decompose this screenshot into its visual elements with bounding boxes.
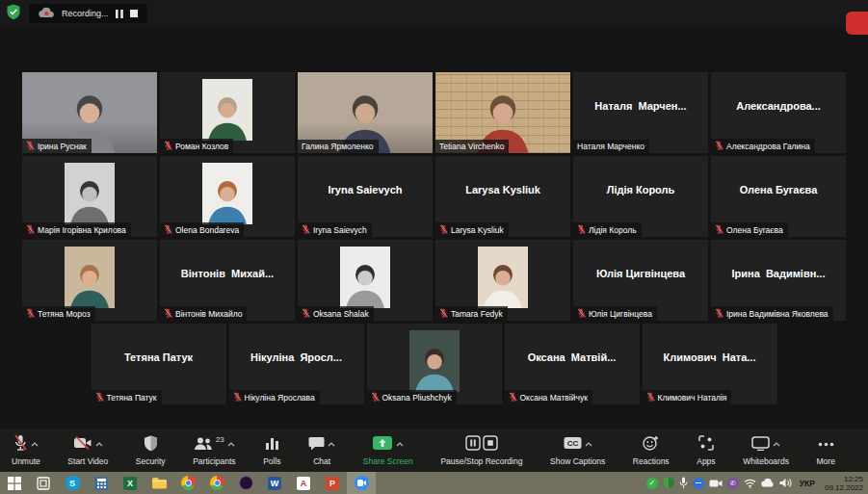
toolbar-item-label: Participants bbox=[193, 456, 235, 466]
participant-tile[interactable]: Larysa KysliukLarysa Kysliuk bbox=[435, 156, 570, 237]
taskbar-zoom-icon[interactable] bbox=[347, 472, 376, 494]
language-indicator[interactable]: УКР bbox=[800, 479, 815, 488]
participant-tile[interactable]: Наталя Марчен...Наталя Марченко bbox=[573, 72, 708, 153]
participant-name-label: Iryna Saievych bbox=[313, 225, 367, 235]
participant-name-label: Ірина Руснак bbox=[38, 142, 87, 151]
gallery-row: Тетяна МорозВінтонів Михай...Вінтонів Ми… bbox=[22, 240, 846, 321]
chevron-up-icon[interactable] bbox=[95, 439, 103, 449]
participant-name-label: Наталя Марченко bbox=[577, 142, 644, 151]
participant-tile[interactable]: Нікуліна Яросл...Нікуліна Ярослава bbox=[229, 324, 364, 404]
polls-button[interactable]: Polls bbox=[263, 435, 280, 466]
participant-tile[interactable]: Александрова...Александрова Галина bbox=[711, 72, 846, 153]
participant-name-tag: Лідія Король bbox=[573, 222, 642, 237]
participant-name-tag: Olena Bondareva bbox=[160, 222, 244, 237]
tray-defender-shield-icon[interactable] bbox=[663, 477, 674, 489]
participant-name-tag: Марія Ігорівна Крилова bbox=[22, 222, 131, 237]
chevron-up-icon[interactable] bbox=[328, 439, 335, 449]
chevron-up-icon[interactable] bbox=[227, 439, 235, 449]
participant-tile-active-speaker[interactable]: Tetiana Virchenko bbox=[435, 72, 570, 153]
participant-name-tag: Iryna Saievych bbox=[298, 222, 372, 237]
participant-tile[interactable]: Iryna SaievychIryna Saievych bbox=[298, 156, 433, 237]
participant-name-tag: Олена Бугаєва bbox=[711, 222, 788, 237]
taskbar-skype-icon[interactable]: S bbox=[58, 472, 87, 494]
taskbar-acrobat-icon[interactable]: A bbox=[289, 472, 318, 494]
muted-mic-icon bbox=[715, 308, 723, 319]
tray-messenger-icon[interactable] bbox=[693, 478, 704, 489]
participant-tile[interactable]: Тетяна Мороз bbox=[22, 240, 157, 321]
chevron-up-icon[interactable] bbox=[396, 439, 404, 449]
taskbar-task-view-icon[interactable] bbox=[29, 472, 58, 494]
participant-tile[interactable]: Юлія ЦигвінцеваЮлія Цигвінцева bbox=[573, 240, 708, 321]
tray-microphone-icon[interactable] bbox=[679, 477, 688, 489]
participant-tile[interactable]: Ірина Вадимівн...Ірина Вадимівна Яковлев… bbox=[711, 240, 846, 321]
tray-volume-icon[interactable] bbox=[779, 478, 792, 488]
taskbar-purple-app-icon[interactable] bbox=[231, 472, 260, 494]
apps-icon bbox=[698, 435, 714, 453]
participant-name-label: Tamara Fedyk bbox=[451, 309, 503, 319]
chat-button[interactable]: Chat bbox=[308, 435, 335, 466]
taskbar-file-explorer-icon[interactable] bbox=[145, 472, 173, 494]
participant-tile[interactable]: Лідія КорольЛідія Король bbox=[573, 156, 708, 237]
pause-stop-recording-button[interactable]: Pause/Stop Recording bbox=[440, 435, 522, 466]
participant-name-tag: Оксана Матвійчук bbox=[505, 390, 592, 404]
chevron-up-icon[interactable] bbox=[585, 439, 592, 449]
taskbar-calculator-icon[interactable] bbox=[87, 472, 116, 494]
tray-cloud-icon[interactable] bbox=[761, 479, 775, 487]
participant-tile[interactable]: Олена БугаєваОлена Бугаєва bbox=[711, 156, 846, 237]
start-video-button[interactable]: Start Video bbox=[67, 435, 108, 466]
show-captions-button[interactable]: CCShow Captions bbox=[550, 435, 605, 466]
tray-camera-icon[interactable] bbox=[709, 479, 723, 488]
participant-name-label: Larysa Kysliuk bbox=[451, 225, 504, 235]
muted-mic-icon bbox=[233, 392, 242, 403]
participant-name-display: Юлія Цигвінцева bbox=[573, 240, 708, 307]
apps-button[interactable]: Apps bbox=[697, 435, 715, 466]
participant-tile[interactable]: Тетяна ПатукТетяна Патук bbox=[92, 324, 226, 404]
whiteboards-button[interactable]: Whiteboards bbox=[743, 435, 789, 466]
toolbar-item-label: More bbox=[817, 456, 835, 466]
taskbar-clock[interactable]: 12:2509.12.2022 bbox=[825, 475, 863, 492]
participant-tile[interactable]: Tamara Fedyk bbox=[435, 240, 570, 321]
reactions-button[interactable]: Reactions bbox=[633, 435, 670, 466]
participant-tile[interactable]: Галина Ярмоленко bbox=[298, 72, 433, 153]
taskbar-chrome-profile-1-icon[interactable] bbox=[173, 472, 202, 494]
tray-viber-icon[interactable]: ✆ bbox=[727, 478, 739, 489]
participant-tile[interactable]: Вінтонів Михай...Вінтонів Михайло bbox=[160, 240, 295, 321]
muted-mic-icon bbox=[95, 392, 104, 403]
end-button[interactable] bbox=[846, 12, 868, 35]
participant-name-label: Тетяна Патук bbox=[107, 393, 157, 403]
tray-wifi-icon[interactable] bbox=[744, 479, 756, 488]
participant-tile[interactable]: Марія Ігорівна Крилова bbox=[22, 156, 157, 237]
tray-antivirus-check-icon[interactable]: ✓ bbox=[646, 478, 658, 489]
participant-tile[interactable]: Оксана Матвій...Оксана Матвійчук bbox=[505, 324, 640, 404]
chevron-up-icon[interactable] bbox=[773, 439, 780, 449]
unmute-button[interactable]: Unmute bbox=[12, 435, 40, 466]
taskbar-powerpoint-icon[interactable]: P bbox=[318, 472, 347, 494]
participant-tile[interactable]: Ірина Руснак bbox=[22, 72, 157, 153]
taskbar-word-icon[interactable]: W bbox=[260, 472, 289, 494]
participant-tile[interactable]: Olena Bondareva bbox=[160, 156, 295, 237]
zoom-control-toolbar: UnmuteStart VideoSecurity23ParticipantsP… bbox=[0, 429, 868, 472]
person-figure bbox=[478, 247, 528, 308]
more-icon bbox=[818, 439, 834, 449]
participant-tile[interactable]: Oksana Shalak bbox=[298, 240, 433, 321]
meeting-security-shield-icon[interactable] bbox=[6, 4, 21, 24]
participant-tile[interactable]: Климович Ната...Климович Наталія bbox=[643, 324, 777, 404]
participant-name-label: Тетяна Мороз bbox=[38, 309, 91, 319]
participant-name-label: Александрова Галина bbox=[726, 142, 810, 151]
participants-button[interactable]: 23Participants bbox=[193, 435, 235, 466]
stop-recording-button[interactable] bbox=[130, 10, 138, 17]
chevron-up-icon[interactable] bbox=[31, 439, 39, 449]
participant-tile[interactable]: Роман Козлов bbox=[160, 72, 295, 153]
share-screen-button[interactable]: Share Screen bbox=[363, 435, 413, 466]
video-muted-icon bbox=[73, 436, 92, 452]
taskbar-start-icon[interactable] bbox=[0, 472, 29, 494]
person-figure bbox=[65, 247, 115, 308]
participant-avatar bbox=[65, 163, 115, 224]
taskbar-excel-icon[interactable]: X bbox=[116, 472, 145, 494]
more-button[interactable]: More bbox=[817, 435, 835, 466]
pause-recording-button[interactable] bbox=[116, 10, 123, 18]
toolbar-item-label: Start Video bbox=[67, 456, 108, 466]
security-button[interactable]: Security bbox=[136, 435, 166, 466]
participant-tile[interactable]: Oksana Pliushchyk bbox=[367, 324, 502, 404]
taskbar-chrome-profile-2-icon[interactable] bbox=[202, 472, 231, 494]
